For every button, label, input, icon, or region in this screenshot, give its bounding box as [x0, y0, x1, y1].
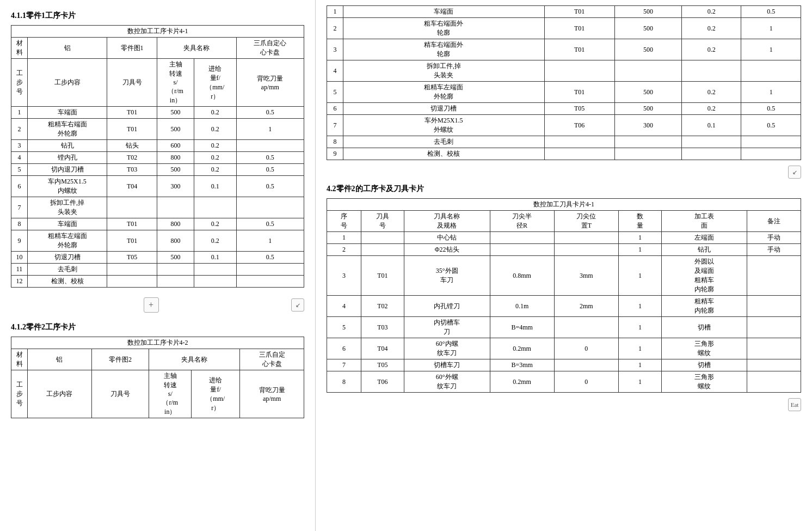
eat-button[interactable]: Eat: [788, 398, 801, 411]
depth-header-2: 背吃刀量ap/mm: [240, 370, 304, 418]
tool-card-table: 数控加工刀具卡片4-1 序号 刀具号 刀具名称及规格 刀尖半径R 刀尖位置T 数…: [327, 198, 801, 393]
tool-note-header: 备注: [747, 211, 801, 232]
step-content-header-2: 工步内容: [28, 370, 92, 418]
table-row: 11 去毛刺: [11, 264, 304, 276]
step-no-header: 工步号: [11, 59, 28, 107]
right-panel: 1 车端面 T01 500 0.2 0.5 2 粗车右端面外轮廓 T01 500…: [316, 0, 812, 531]
shrink-button-right-top[interactable]: ↙: [788, 166, 801, 179]
table2-header-row: 工步号 工步内容 刀具号 主轴转速s/（r/min） 进给量f/（mm/r） 背…: [11, 370, 304, 418]
table-row: 5 切内退刀槽 T03 500 0.2 0.5: [11, 164, 304, 176]
tool-no-header: 刀具号: [107, 59, 157, 107]
table-row: 6 车内M25X1.5内螺纹 T04 300 0.1 0.5: [11, 176, 304, 197]
step-no-header-2: 工步号: [11, 370, 28, 418]
table-row: 7 T05 切槽车刀 B=3mm 1 切槽: [327, 359, 801, 371]
table-row: 5 粗精车左端面外轮廓 T01 500 0.2 1: [327, 82, 801, 103]
clamp-label-2: 夹具名称: [149, 349, 240, 370]
section1-title: 4.1.1零件1工序卡片: [11, 11, 304, 21]
table1-caption: 数控加工工序卡片4-1: [11, 26, 304, 38]
table-row: 6 切退刀槽 T05 500 0.2 0.5: [327, 103, 801, 115]
tool-radius-header: 刀尖半径R: [490, 211, 554, 232]
tool-seq-header: 序号: [327, 211, 361, 232]
process-card-right-top: 1 车端面 T01 500 0.2 0.5 2 粗车右端面外轮廓 T01 500…: [327, 5, 801, 160]
table1-material-row: 材料 铝 零件图1 夹具名称 三爪自定心心卡盘: [11, 38, 304, 59]
material-label: 材料: [11, 38, 28, 59]
feed-header-2: 进给量f/（mm/r）: [192, 370, 240, 418]
tool-card-header-row: 序号 刀具号 刀具名称及规格 刀尖半径R 刀尖位置T 数量 加工表面 备注: [327, 211, 801, 232]
speed-header: 主轴转速s/（r/min）: [157, 59, 194, 107]
table-row: 2 Φ22钻头 1 钻孔 手动: [327, 244, 801, 256]
table-row: 8 车端面 T01 800 0.2 0.5: [11, 218, 304, 230]
shrink-button-1[interactable]: ↙: [291, 298, 304, 312]
depth-header: 背吃刀量ap/mm: [236, 59, 304, 107]
tool-surface-header: 加工表面: [661, 211, 747, 232]
clamp-label: 夹具名称: [157, 38, 237, 59]
table-row: 2 粗精车右端面外轮廓 T01 500 0.2 1: [11, 119, 304, 140]
clamp-value-2: 三爪自定心卡盘: [240, 349, 304, 370]
table-row: 7 车外M25X1.5外螺纹 T06 300 0.1 0.5: [327, 115, 801, 136]
table-row: 5 T03 内切槽车刀 B=4mm 1 切槽: [327, 317, 801, 338]
table-row: 4 镗内孔 T02 800 0.2 0.5: [11, 152, 304, 164]
table-row: 6 T04 60°内螺纹车刀 0.2mm 0 1 三角形螺纹: [327, 338, 801, 359]
table-row: 1 车端面 T01 500 0.2 0.5: [327, 6, 801, 18]
section-right-2-title: 4.2零件2的工序卡及刀具卡片: [327, 184, 801, 194]
table-row: 10 切退刀槽 T05 500 0.1 0.5: [11, 252, 304, 264]
process-card-table-1: 数控加工工序卡片4-1 材料 铝 零件图1 夹具名称 三爪自定心心卡盘 工步号 …: [11, 25, 304, 288]
section2-title: 4.1.2零件2工序卡片: [11, 322, 304, 332]
table-row: 3 T01 35°外圆车刀 0.8mm 3mm 1 外圆以及端面粗精车内轮廓: [327, 256, 801, 296]
table2-caption: 数控加工工序卡片4-2: [11, 337, 304, 349]
table-row: 3 钻孔 钻头 600 0.2: [11, 140, 304, 152]
table1-header-row: 工步号 工步内容 刀具号 主轴转速s/（r/min） 进给量f/（mm/r） 背…: [11, 59, 304, 107]
tool-card-caption: 数控加工刀具卡片4-1: [327, 199, 801, 211]
speed-header-2: 主轴转速s/（r/min）: [149, 370, 192, 418]
table-row: 9 粗精车左端面外轮廓 T01 800 0.2 1: [11, 230, 304, 252]
material-label-2: 材料: [11, 349, 28, 370]
table-row: 9 检测、校核: [327, 148, 801, 160]
material-value-2: 铝: [28, 349, 92, 370]
clamp-value: 三爪自定心心卡盘: [236, 38, 304, 59]
left-panel: 4.1.1零件1工序卡片 数控加工工序卡片4-1 材料 铝 零件图1 夹具名称 …: [0, 0, 316, 531]
part-drawing-label: 零件图1: [107, 38, 157, 59]
table-row: 8 去毛刺: [327, 136, 801, 148]
step-content-header: 工步内容: [28, 59, 107, 107]
table-row: 4 T02 内孔镗刀 0.1m 2mm 1 粗精车内轮廓: [327, 296, 801, 317]
table-row: 4 拆卸工件,掉头装夹: [327, 60, 801, 82]
tool-name-header: 刀具名称及规格: [404, 211, 490, 232]
material-value: 铝: [28, 38, 107, 59]
process-card-table-2: 数控加工工序卡片4-2 材料 铝 零件图2 夹具名称 三爪自定心卡盘 工步号 工…: [11, 337, 304, 418]
table2-material-row: 材料 铝 零件图2 夹具名称 三爪自定心卡盘: [11, 349, 304, 370]
tool-qty-header: 数量: [618, 211, 661, 232]
feed-header: 进给量f/（mm/r）: [194, 59, 236, 107]
table-row: 3 精车右端面外轮廓 T01 500 0.2 1: [327, 39, 801, 60]
tool-no-header: 刀具号: [361, 211, 404, 232]
table-row: 2 粗车右端面外轮廓 T01 500 0.2 1: [327, 18, 801, 39]
part-drawing-label-2: 零件图2: [91, 349, 149, 370]
table-row: 1 中心钻 1 左端面 手动: [327, 232, 801, 244]
table-row: 1 车端面 T01 500 0.2 0.5: [11, 107, 304, 119]
table-row: 12 检测、校核: [11, 276, 304, 288]
table-row: 8 T06 60°外螺纹车刀 0.2mm 0 1 三角形螺纹: [327, 371, 801, 393]
tool-no-header-2: 刀具号: [91, 370, 149, 418]
add-row-button-1[interactable]: +: [144, 297, 159, 313]
table-row: 7 拆卸工件,掉头装夹: [11, 197, 304, 218]
tool-pos-header: 刀尖位置T: [554, 211, 618, 232]
